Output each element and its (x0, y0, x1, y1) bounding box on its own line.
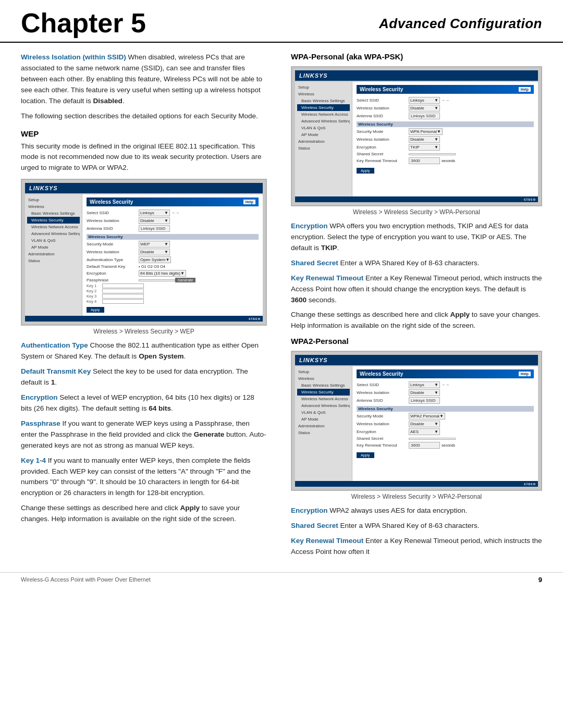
lk-body-wpa: Setup Wireless Basic Wireless Settings W… (295, 82, 538, 196)
help-btn-wpa[interactable]: Help (519, 87, 531, 92)
sidebar-advwireless-wpa2[interactable]: Advanced Wireless Settings (297, 402, 350, 409)
lk-sidebar-wpa2: Setup Wireless Basic Wireless Settings W… (295, 366, 352, 481)
isolation-select[interactable]: Disable▼ (139, 217, 170, 224)
sidebar-status[interactable]: Status (27, 257, 80, 264)
wpa2-screenshot: LINKSYS Setup Wireless Basic Wireless Se… (291, 351, 542, 491)
isolation-select-wpa2[interactable]: Disable▼ (409, 389, 440, 396)
key2-input[interactable] (102, 289, 144, 293)
passphrase-input[interactable] (139, 279, 175, 281)
key-heading: Key 1-4 (21, 456, 46, 464)
sidebar-status-wpa[interactable]: Status (297, 145, 350, 152)
enc-paragraph-right: Encryption WPA offers you two encryption… (291, 221, 542, 254)
krt-input-wpa2[interactable]: 3600 (409, 442, 440, 449)
wl-isolation-select[interactable]: Disable▼ (139, 249, 170, 255)
sidebar-setup[interactable]: Setup (27, 196, 80, 203)
auth-heading: Authentication Type (21, 341, 88, 349)
isolation-select-wpa[interactable]: Disable▼ (409, 105, 440, 112)
krt-paragraph-right: Key Renewal Timeout Enter a Key Renewal … (291, 273, 542, 306)
ssid-select[interactable]: Linksys▼ (139, 209, 170, 216)
dtk-heading: Default Transmit Key (21, 367, 91, 375)
key3-input[interactable] (102, 294, 144, 299)
lk-sidebar-wep: Setup Wireless Basic Wireless Settings W… (25, 194, 82, 316)
shared-input-wpa[interactable] (409, 153, 456, 155)
sidebar-security-wpa2[interactable]: Wireless Security (297, 389, 350, 396)
sidebar-wireless[interactable]: Wireless (27, 203, 80, 210)
lk-main-wpa2: Wireless Security Help Select SSID Links… (352, 366, 538, 481)
key-paragraph: Key 1-4 If you want to manually enter WE… (21, 455, 267, 499)
isolation2-select-wpa[interactable]: Disable▼ (409, 136, 440, 143)
wpa2-enc-heading: Encryption (291, 507, 328, 514)
lk-body-wpa2: Setup Wireless Basic Wireless Settings W… (295, 366, 538, 481)
krt-unit-wpa: seconds (442, 159, 455, 163)
wpa-screenshot: LINKSYS Setup Wireless Basic Wireless Se… (291, 66, 542, 206)
sidebar-status-wpa2[interactable]: Status (297, 429, 350, 436)
wpa2-caption: Wireless > Wireless Security > WPA2-Pers… (291, 493, 542, 500)
sidebar-advwireless-wpa[interactable]: Advanced Wireless Settings (297, 118, 350, 125)
page-number: 9 (538, 576, 542, 584)
wpa-heading: WPA-Personal (aka WPA-PSK) (291, 52, 542, 61)
isolation2-select-wpa2[interactable]: Disable▼ (409, 421, 440, 427)
sidebar-basic-wpa2[interactable]: Basic Wireless Settings (297, 382, 350, 389)
sidebar-basic[interactable]: Basic Wireless Settings (27, 210, 80, 217)
sidebar-netaccess-wpa2[interactable]: Wireless Network Access (297, 396, 350, 402)
sidebar-vlan-wpa[interactable]: VLAN & QoS (297, 125, 350, 131)
secmode-select-wpa[interactable]: WPA Personal▼ (409, 128, 443, 135)
help-btn-wep[interactable]: Help (243, 200, 255, 204)
sidebar-apmode-wpa[interactable]: AP Mode (297, 131, 350, 138)
sidebar-setup-wpa[interactable]: Setup (297, 84, 350, 91)
help-btn-wpa2[interactable]: Help (519, 372, 531, 376)
wpa2-enc-paragraph: Encryption WPA2 always uses AES for data… (291, 505, 542, 516)
sidebar-netaccess-wpa[interactable]: Wireless Network Access (297, 111, 350, 118)
sidebar-admin-wpa2[interactable]: Administration (297, 423, 350, 429)
ssid-select-wpa[interactable]: Linksys▼ (409, 97, 440, 104)
key1-input[interactable] (102, 283, 144, 288)
wpa2-heading: WPA2-Personal (291, 337, 542, 346)
cisco-logo-wep: cisco (249, 317, 261, 320)
main-content: Wireless Isolation (within SSID) When di… (0, 52, 563, 562)
sidebar-advanced[interactable]: Advanced Wireless Settings (27, 230, 80, 237)
enc-select-wep[interactable]: 64 Bits (10 hex digits)▼ (139, 270, 186, 277)
ssid-select-wpa2[interactable]: Linksys▼ (409, 381, 440, 388)
sidebar-admin[interactable]: Administration (27, 251, 80, 257)
krt-input-wpa[interactable]: 3600 (409, 157, 440, 164)
sidebar-vlan-wpa2[interactable]: VLAN & QoS (297, 409, 350, 416)
lk-security-head-wpa: Wireless Security (357, 121, 534, 127)
wep-heading: WEP (21, 129, 267, 138)
sidebar-wireless-wpa[interactable]: Wireless (297, 91, 350, 97)
apply-button-wpa2[interactable]: Apply (357, 452, 374, 458)
sidebar-basic-wpa[interactable]: Basic Wireless Settings (297, 97, 350, 104)
sidebar-network-access[interactable]: Wireless Network Access (27, 224, 80, 230)
enc-select-wpa2[interactable]: AES▼ (409, 428, 440, 435)
lk-header-wep: LINKSYS (25, 183, 263, 193)
lk-section-ssid: Select SSID Linksys▼ ←→ Wireless Isolati… (87, 209, 259, 232)
shared-input-wpa2[interactable] (409, 438, 456, 440)
auth-select[interactable]: Open System▼ (139, 256, 171, 263)
lk-isolation-row: Wireless Isolation Disable▼ (87, 217, 259, 224)
wpa2-krt-heading: Key Renewal Timeout (291, 537, 363, 545)
cisco-logo-wpa2: cisco (524, 482, 536, 486)
enc-heading-right: Encryption (291, 222, 328, 230)
sidebar-apmode-wpa2[interactable]: AP Mode (297, 416, 350, 423)
sidebar-setup-wpa2[interactable]: Setup (297, 368, 350, 375)
sidebar-admin-wpa[interactable]: Administration (297, 138, 350, 145)
sidebar-ap-mode[interactable]: AP Mode (27, 244, 80, 251)
sidebar-security-wpa[interactable]: Wireless Security (297, 104, 350, 111)
lk-body-wep: Setup Wireless Basic Wireless Settings W… (25, 194, 263, 316)
lk-enable-row-wpa: Antenna SSID Linksys SSID (357, 113, 534, 119)
sidebar-security[interactable]: Wireless Security (27, 217, 80, 224)
lk-footer-wpa2: cisco (295, 481, 538, 487)
lk-key2-row: Key 2 (87, 289, 259, 293)
apply-button-wpa[interactable]: Apply (357, 168, 374, 174)
sidebar-wireless-wpa2[interactable]: Wireless (297, 375, 350, 382)
disabled-label: Disabled (93, 97, 123, 105)
intro-paragraph: Wireless Isolation (within SSID) When di… (21, 52, 267, 107)
lk-enable-row-wpa2: Antenna SSID Linksys SSID (357, 397, 534, 404)
shared-heading-right: Shared Secret (291, 259, 338, 267)
generate-button[interactable]: Generate (175, 278, 195, 282)
sidebar-vlan[interactable]: VLAN & QoS (27, 237, 80, 244)
secmode-select-wpa2[interactable]: WPA2 Personal▼ (409, 413, 445, 419)
sec-mode-select[interactable]: WEP▼ (139, 241, 170, 248)
key4-input[interactable] (102, 299, 144, 304)
apply-button-wep[interactable]: Apply (87, 307, 104, 313)
enc-select-wpa[interactable]: TKIP▼ (409, 144, 440, 151)
